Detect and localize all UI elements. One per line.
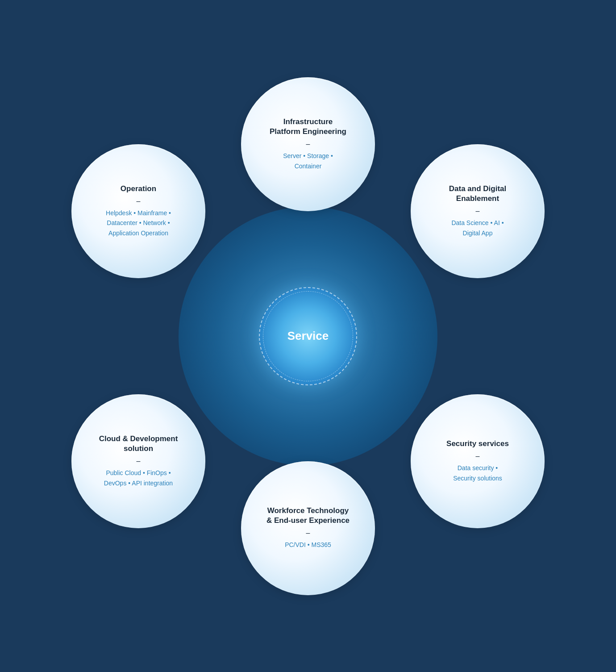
satellite-data-desc: Data Science • AI •Digital App bbox=[451, 218, 504, 238]
satellite-data-dash: – bbox=[476, 207, 480, 215]
satellite-workforce-desc: PC/VDI • MS365 bbox=[285, 540, 331, 550]
satellite-workforce-dash: – bbox=[306, 529, 310, 537]
satellite-operation: Operation – Helpdesk • Mainframe •Datace… bbox=[71, 144, 205, 278]
satellite-operation-dash: – bbox=[137, 197, 141, 205]
satellite-cloud: Cloud & Developmentsolution – Public Clo… bbox=[71, 394, 205, 528]
satellite-cloud-title: Cloud & Developmentsolution bbox=[99, 434, 178, 454]
satellite-workforce: Workforce Technology& End-user Experienc… bbox=[241, 461, 375, 595]
satellite-infrastructure-dash: – bbox=[306, 140, 310, 148]
satellite-security: Security services – Data security •Secur… bbox=[411, 394, 545, 528]
satellite-workforce-title: Workforce Technology& End-user Experienc… bbox=[266, 506, 350, 526]
satellite-data-title: Data and DigitalEnablement bbox=[449, 184, 506, 204]
satellite-operation-title: Operation bbox=[121, 184, 156, 194]
satellite-cloud-desc: Public Cloud • FinOps •DevOps • API inte… bbox=[104, 468, 173, 488]
satellite-data: Data and DigitalEnablement – Data Scienc… bbox=[411, 144, 545, 278]
satellite-infrastructure-title: InfrastructurePlatform Engineering bbox=[270, 117, 346, 137]
satellite-security-desc: Data security •Security solutions bbox=[453, 463, 502, 483]
center-service-circle: Service bbox=[259, 287, 357, 385]
satellite-security-title: Security services bbox=[446, 439, 509, 449]
diagram-container: InfrastructurePlatform Engineering – Ser… bbox=[107, 91, 509, 582]
satellite-cloud-dash: – bbox=[137, 457, 141, 465]
satellite-security-dash: – bbox=[476, 452, 480, 460]
center-service-label: Service bbox=[287, 329, 329, 343]
satellite-infrastructure: InfrastructurePlatform Engineering – Ser… bbox=[241, 77, 375, 211]
satellite-operation-desc: Helpdesk • Mainframe •Datacenter • Netwo… bbox=[106, 208, 171, 238]
satellite-infrastructure-desc: Server • Storage •Container bbox=[283, 151, 333, 171]
